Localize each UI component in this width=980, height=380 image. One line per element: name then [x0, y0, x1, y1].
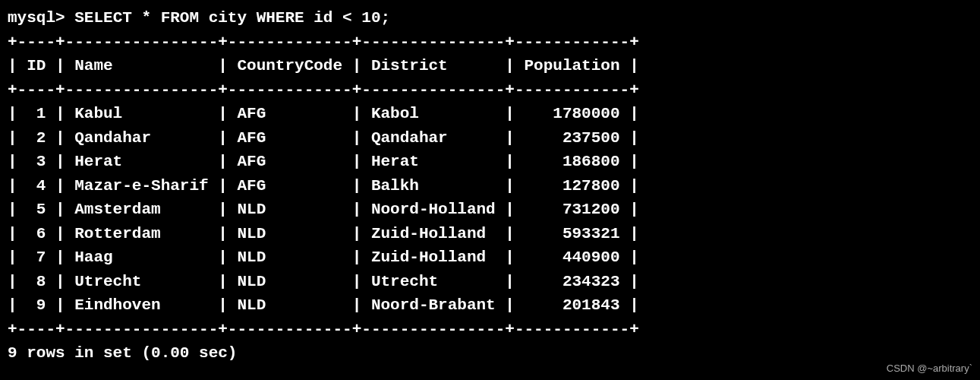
table-row: | 7 | Haag | NLD | Zuid-Holland | 440900… — [8, 249, 639, 266]
table-row: | 5 | Amsterdam | NLD | Noord-Holland | … — [8, 201, 639, 218]
table-row: | 4 | Mazar-e-Sharif | AFG | Balkh | 127… — [8, 177, 639, 195]
watermark: CSDN @~arbitrary` — [887, 361, 972, 376]
table-row: | 2 | Qandahar | AFG | Qandahar | 237500… — [8, 129, 639, 147]
terminal-output[interactable]: mysql> SELECT * FROM city WHERE id < 10;… — [8, 6, 972, 366]
table-row: | 1 | Kabul | AFG | Kabol | 1780000 | — [8, 105, 639, 122]
table-row: | 8 | Utrecht | NLD | Utrecht | 234323 | — [8, 273, 639, 290]
table-header: | ID | Name | CountryCode | District | P… — [8, 57, 639, 74]
table-border-mid: +----+----------------+-------------+---… — [8, 81, 639, 99]
status-line: 9 rows in set (0.00 sec) — [8, 344, 237, 362]
mysql-prompt: mysql> — [8, 9, 74, 27]
table-row: | 9 | Eindhoven | NLD | Noord-Brabant | … — [8, 296, 639, 314]
table-row: | 3 | Herat | AFG | Herat | 186800 | — [8, 153, 639, 170]
table-border-top: +----+----------------+-------------+---… — [8, 33, 639, 51]
table-row: | 6 | Rotterdam | NLD | Zuid-Holland | 5… — [8, 225, 639, 242]
sql-query: SELECT * FROM city WHERE id < 10; — [74, 9, 390, 27]
table-border-bottom: +----+----------------+-------------+---… — [8, 321, 639, 338]
